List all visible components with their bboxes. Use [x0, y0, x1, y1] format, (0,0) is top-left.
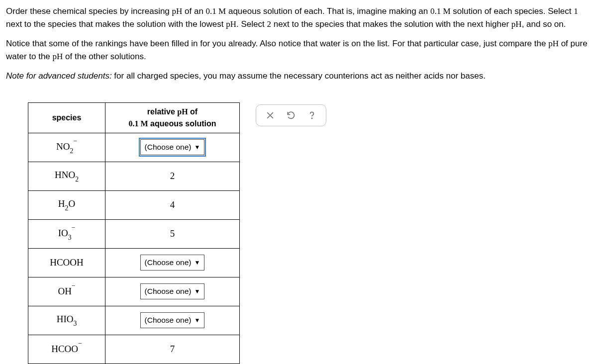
table-row: HCOO− 7	[28, 335, 240, 364]
close-icon	[265, 110, 275, 120]
chevron-down-icon: ▼	[195, 287, 200, 296]
species-hno2: HNO2	[55, 170, 79, 180]
table-row: NO2− (Choose one)▼	[28, 133, 240, 162]
header-ph: relative pH of 0.1 M aqueous solution	[105, 102, 240, 133]
rank-value-h2o: 4	[170, 199, 175, 210]
species-hcoo: HCOO−	[51, 344, 82, 354]
close-button[interactable]	[265, 110, 275, 120]
species-hio3: HIO3	[57, 314, 77, 324]
table-row: IO3− 5	[28, 219, 240, 248]
svg-point-0	[311, 118, 312, 118]
species-oh: OH−	[58, 286, 75, 296]
chevron-down-icon: ▼	[195, 143, 200, 152]
help-button[interactable]	[307, 110, 317, 120]
chevron-down-icon: ▼	[195, 258, 200, 267]
table-row: HNO2 2	[28, 162, 240, 190]
rank-select-hcooh[interactable]: (Choose one)▼	[140, 255, 205, 270]
table-row: HIO3 (Choose one)▼	[28, 306, 240, 335]
species-hcooh: HCOOH	[50, 257, 84, 268]
undo-icon	[286, 110, 296, 120]
instruction-paragraph-1: Order these chemical species by increasi…	[6, 5, 591, 30]
toolbar	[256, 104, 326, 126]
rank-select-no2[interactable]: (Choose one)▼	[140, 139, 205, 155]
reset-button[interactable]	[286, 110, 296, 120]
header-species: species	[28, 102, 105, 133]
rank-value-hcoo: 7	[170, 344, 175, 354]
species-io3: IO3−	[58, 228, 76, 238]
table-row: HCOOH (Choose one)▼	[28, 248, 240, 277]
instruction-paragraph-3: Note for advanced students: for all char…	[6, 70, 591, 83]
rank-value-hno2: 2	[170, 171, 175, 181]
table-row: H2O 4	[28, 190, 240, 219]
table-row: OH− (Choose one)▼	[28, 277, 240, 306]
species-table: species relative pH of 0.1 M aqueous sol…	[28, 102, 240, 364]
chevron-down-icon: ▼	[195, 316, 200, 325]
rank-select-hio3[interactable]: (Choose one)▼	[140, 312, 205, 328]
species-h2o: H2O	[58, 198, 75, 209]
rank-select-oh[interactable]: (Choose one)▼	[140, 283, 205, 299]
rank-value-io3: 5	[170, 228, 175, 239]
help-icon	[307, 110, 317, 120]
instruction-paragraph-2: Notice that some of the rankings have be…	[6, 37, 591, 63]
species-no2: NO2−	[56, 141, 77, 152]
